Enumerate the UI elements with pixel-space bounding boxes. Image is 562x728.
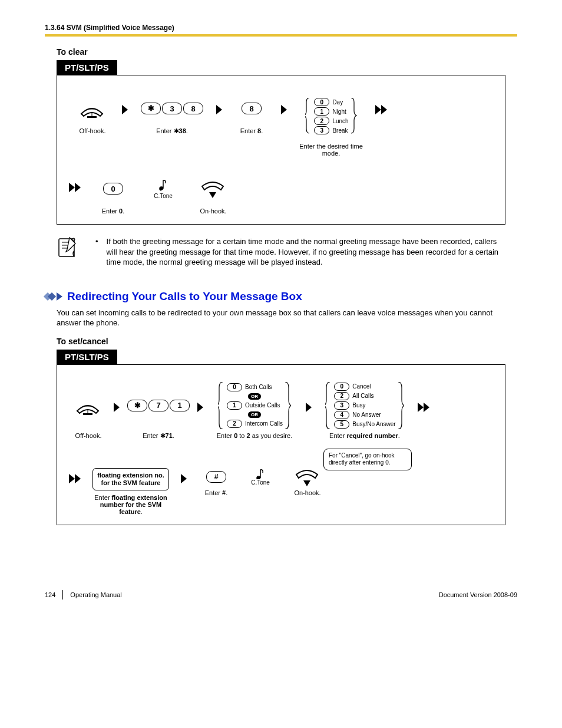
page-header: 1.3.64 SVM (Simplified Voice Message) xyxy=(45,24,517,32)
continue-arrow xyxy=(375,105,387,114)
arrow-icon xyxy=(216,105,222,114)
arrow-icon xyxy=(197,403,203,412)
proc2-heading: To set/cancel xyxy=(57,337,517,346)
proc2-hash-label: Enter #. xyxy=(205,489,228,496)
arrow-icon xyxy=(114,403,120,412)
option-row: 1Night xyxy=(313,107,346,116)
call-type-options: 0Both CallsOR1Outside CallsOR2Intercom C… xyxy=(218,382,291,429)
section-title: Redirecting Your Calls to Your Message B… xyxy=(67,290,302,303)
proc1-r2-step1-label: Enter 0. xyxy=(102,207,125,215)
cancel-callout: For "Cancel", go on-hook directly after … xyxy=(323,449,412,470)
footer-title: Operating Manual xyxy=(70,591,121,598)
proc2-box: Off-hook. ✱71 Enter ✱71. 0Both CallsOR1O… xyxy=(57,364,505,525)
ctone-icon: C.Tone xyxy=(154,173,173,204)
option-row: 4No Answer xyxy=(333,411,381,419)
option-row: 5Busy/No Answer xyxy=(333,420,395,429)
option-row: 0Cancel xyxy=(333,383,371,391)
required-number-options: 0Cancel2All Calls3Busy4No Answer5Busy/No… xyxy=(325,382,404,429)
proc2-onhook-label: On-hook. xyxy=(294,489,320,496)
proc1-step2-label: Enter ✱38. xyxy=(156,127,188,135)
keys-star-7-1: ✱71 xyxy=(127,383,190,429)
time-mode-options: 0Day1Night2Lunch3Break xyxy=(305,98,356,134)
proc1-tab: PT/SLT/PS xyxy=(57,60,117,75)
continue-arrow xyxy=(69,474,81,483)
key-hash: # xyxy=(206,468,227,486)
option-row: 2Lunch xyxy=(313,117,348,125)
note-icon xyxy=(57,236,80,260)
key-8: 8 xyxy=(241,93,262,124)
proc2-req-label: Enter required number. xyxy=(329,432,400,439)
offhook-icon xyxy=(80,93,105,124)
proc2-call-label: Enter 0 to 2 as you desire. xyxy=(217,432,292,439)
option-row: 1Outside Calls xyxy=(226,401,280,410)
proc2-float-label: Enter floating extension number for the … xyxy=(92,494,169,515)
header-rule xyxy=(45,34,517,37)
section-intro: You can set incoming calls to be redirec… xyxy=(57,308,505,328)
option-row: 3Break xyxy=(313,126,348,134)
arrow-icon xyxy=(281,105,287,114)
proc2-step2-label: Enter ✱71. xyxy=(143,432,174,440)
arrow-icon xyxy=(306,403,312,412)
offhook-icon xyxy=(76,383,101,429)
option-row: 2All Calls xyxy=(333,392,373,400)
proc1-timemode-label: Enter the desired time mode. xyxy=(293,143,369,157)
option-row: 2Intercom Calls xyxy=(226,420,283,428)
proc2-step1-label: Off-hook. xyxy=(75,432,101,439)
proc1-heading: To clear xyxy=(57,47,517,57)
ctone-icon: C.Tone xyxy=(251,468,270,486)
proc1-box: Off-hook. ✱38 Enter ✱38. 8 Enter 8. 0Day… xyxy=(57,75,505,225)
option-row: 0Both Calls xyxy=(226,383,272,391)
continue-arrow xyxy=(69,183,81,192)
proc1-onhook-label: On-hook. xyxy=(200,207,226,215)
arrow-icon xyxy=(181,474,187,483)
proc1-step1-label: Off-hook. xyxy=(79,127,105,134)
arrow-icon xyxy=(122,105,128,114)
option-row: 0Day xyxy=(313,98,343,106)
floating-ext-box: floating extension no.for the SVM featur… xyxy=(92,468,169,490)
option-row: 3Busy xyxy=(333,401,365,410)
footer-version: Document Version 2008-09 xyxy=(439,591,517,598)
continue-arrow xyxy=(418,403,429,412)
page-number: 124 xyxy=(45,591,55,598)
page-footer: 124 Operating Manual Document Version 20… xyxy=(45,590,517,599)
proc1-step3-label: Enter 8. xyxy=(240,127,263,134)
proc2-tab: PT/SLT/PS xyxy=(57,350,117,364)
note-text: •If both the greeting message for a cert… xyxy=(95,236,505,268)
key-0: 0 xyxy=(103,173,124,204)
onhook-icon xyxy=(295,468,320,486)
section-bullet-icon xyxy=(45,292,62,301)
keys-star-3-8: ✱38 xyxy=(140,93,204,124)
onhook-icon xyxy=(201,173,226,204)
